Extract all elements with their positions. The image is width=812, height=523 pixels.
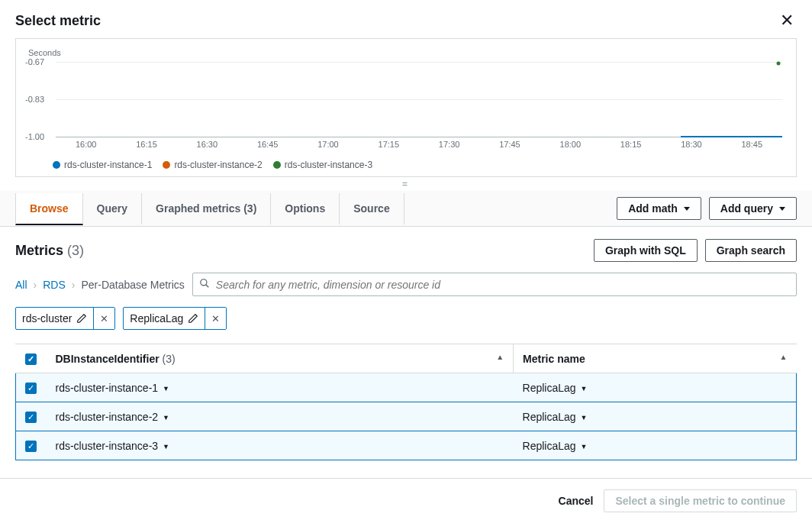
select-all-header[interactable]: ✓ bbox=[16, 344, 47, 373]
edit-icon bbox=[188, 313, 198, 324]
y-tick: -0.67 bbox=[25, 57, 53, 66]
caret-down-icon[interactable]: ▼ bbox=[163, 385, 169, 392]
search-input[interactable] bbox=[216, 279, 790, 291]
add-query-button[interactable]: Add query bbox=[709, 197, 797, 220]
checkbox-checked-icon: ✓ bbox=[25, 354, 37, 365]
metrics-table: ✓ DBInstanceIdentifier (3) ▲ Metric name… bbox=[15, 344, 797, 460]
metrics-heading-row: Metrics (3) Graph with SQL Graph search bbox=[15, 239, 797, 262]
y-tick: -0.83 bbox=[25, 95, 53, 104]
select-metric-modal: Select metric ✕ Seconds -0.67 -0.83 -1.0… bbox=[0, 0, 812, 523]
x-tick: 17:30 bbox=[419, 140, 479, 153]
breadcrumb-rds[interactable]: RDS bbox=[43, 279, 66, 291]
row-checkbox[interactable]: ✓ bbox=[25, 412, 37, 423]
legend-swatch-icon bbox=[273, 161, 281, 169]
x-tick: 17:00 bbox=[298, 140, 358, 153]
instance-cell: rds-cluster-instance-3 bbox=[56, 440, 159, 452]
sort-asc-icon: ▲ bbox=[780, 353, 788, 361]
close-button[interactable]: ✕ bbox=[777, 9, 797, 32]
breadcrumb-all[interactable]: All bbox=[15, 279, 27, 291]
x-tick: 17:45 bbox=[479, 140, 540, 153]
caret-down-icon[interactable]: ▼ bbox=[580, 414, 587, 421]
column-header-instance[interactable]: DBInstanceIdentifier (3) ▲ bbox=[47, 344, 514, 373]
svg-line-1 bbox=[206, 285, 209, 288]
tab-query[interactable]: Query bbox=[83, 193, 142, 224]
caret-down-icon[interactable]: ▼ bbox=[163, 443, 169, 450]
chart-plot-area: -0.67 -0.83 -1.00 16:00 16:15 16:30 16:4… bbox=[25, 62, 790, 153]
filter-chip-label: rds-cluster bbox=[16, 308, 93, 329]
legend-label: rds-cluster-instance-2 bbox=[174, 160, 262, 170]
metric-cell: ReplicaLag bbox=[523, 411, 576, 423]
breadcrumb-search-row: All › RDS › Per-Database Metrics bbox=[15, 273, 797, 296]
tabs-actions: Add math Add query bbox=[617, 191, 797, 226]
cancel-button[interactable]: Cancel bbox=[559, 495, 594, 507]
chart-legend: rds-cluster-instance-1 rds-cluster-insta… bbox=[53, 160, 790, 170]
browse-panel: Metrics (3) Graph with SQL Graph search … bbox=[0, 227, 812, 478]
metrics-heading-text: Metrics bbox=[15, 243, 63, 258]
x-tick: 16:30 bbox=[177, 140, 237, 153]
graph-with-sql-button[interactable]: Graph with SQL bbox=[594, 239, 698, 262]
table-row[interactable]: ✓ rds-cluster-instance-1 ▼ ReplicaLag ▼ bbox=[16, 373, 797, 402]
legend-item[interactable]: rds-cluster-instance-3 bbox=[273, 160, 372, 170]
graph-search-button[interactable]: Graph search bbox=[705, 239, 797, 262]
chart-y-axis-label: Seconds bbox=[28, 48, 790, 57]
add-math-button[interactable]: Add math bbox=[617, 197, 701, 220]
filter-chips: rds-cluster ✕ ReplicaLag ✕ bbox=[15, 307, 797, 330]
caret-down-icon[interactable]: ▼ bbox=[580, 443, 587, 450]
x-tick: 16:45 bbox=[237, 140, 298, 153]
close-icon: ✕ bbox=[780, 11, 794, 30]
search-box[interactable] bbox=[192, 273, 797, 296]
breadcrumb-current: Per-Database Metrics bbox=[81, 279, 184, 291]
row-checkbox[interactable]: ✓ bbox=[25, 441, 37, 452]
modal-title: Select metric bbox=[15, 13, 101, 29]
legend-label: rds-cluster-instance-3 bbox=[285, 160, 372, 170]
close-icon: ✕ bbox=[100, 313, 108, 324]
sort-asc-icon: ▲ bbox=[496, 353, 504, 361]
tabs-bar: Browse Query Graphed metrics (3) Options… bbox=[0, 191, 812, 227]
tab-graphed-metrics[interactable]: Graphed metrics (3) bbox=[142, 193, 271, 224]
instance-cell: rds-cluster-instance-2 bbox=[56, 411, 159, 423]
resize-handle[interactable]: = bbox=[0, 177, 812, 191]
chart-grid bbox=[56, 62, 782, 137]
x-tick: 18:15 bbox=[601, 140, 661, 153]
x-tick: 18:45 bbox=[722, 140, 782, 153]
chart-panel: Seconds -0.67 -0.83 -1.00 16:00 16:15 16… bbox=[15, 38, 797, 177]
caret-down-icon[interactable]: ▼ bbox=[580, 385, 587, 392]
tab-browse[interactable]: Browse bbox=[15, 193, 83, 225]
table-row[interactable]: ✓ rds-cluster-instance-2 ▼ ReplicaLag ▼ bbox=[16, 402, 797, 431]
metrics-actions: Graph with SQL Graph search bbox=[594, 239, 797, 262]
metrics-heading: Metrics (3) bbox=[15, 243, 84, 259]
chevron-right-icon: › bbox=[34, 279, 37, 291]
edit-icon bbox=[76, 313, 87, 324]
filter-chip: rds-cluster ✕ bbox=[15, 307, 115, 330]
search-icon bbox=[199, 278, 210, 291]
tab-options[interactable]: Options bbox=[271, 193, 340, 224]
x-axis-ticks: 16:00 16:15 16:30 16:45 17:00 17:15 17:3… bbox=[56, 140, 782, 153]
x-tick: 16:00 bbox=[56, 140, 116, 153]
modal-header: Select metric ✕ bbox=[0, 0, 812, 38]
legend-swatch-icon bbox=[163, 161, 170, 169]
chevron-right-icon: › bbox=[72, 279, 76, 291]
column-header-metric[interactable]: Metric name ▲ bbox=[514, 344, 797, 373]
close-icon: ✕ bbox=[211, 313, 220, 324]
filter-remove-button[interactable]: ✕ bbox=[93, 308, 114, 329]
x-tick: 17:15 bbox=[359, 140, 419, 153]
x-tick: 16:15 bbox=[116, 140, 176, 153]
series-3-point bbox=[777, 62, 781, 66]
filter-remove-button[interactable]: ✕ bbox=[205, 308, 226, 329]
tabs: Browse Query Graphed metrics (3) Options… bbox=[15, 193, 404, 224]
legend-swatch-icon bbox=[53, 161, 60, 169]
metrics-count: (3) bbox=[67, 243, 84, 258]
tab-source[interactable]: Source bbox=[340, 193, 404, 224]
caret-down-icon[interactable]: ▼ bbox=[163, 414, 169, 421]
x-tick: 18:00 bbox=[540, 140, 601, 153]
breadcrumb: All › RDS › Per-Database Metrics bbox=[15, 279, 185, 291]
instance-cell: rds-cluster-instance-1 bbox=[56, 382, 159, 394]
table-row[interactable]: ✓ rds-cluster-instance-3 ▼ ReplicaLag ▼ bbox=[16, 431, 797, 460]
legend-item[interactable]: rds-cluster-instance-2 bbox=[163, 160, 262, 170]
row-checkbox[interactable]: ✓ bbox=[25, 383, 37, 394]
legend-item[interactable]: rds-cluster-instance-1 bbox=[53, 160, 152, 170]
x-tick: 18:30 bbox=[661, 140, 721, 153]
modal-footer: Cancel Select a single metric to continu… bbox=[0, 478, 812, 523]
continue-button[interactable]: Select a single metric to continue bbox=[604, 489, 797, 512]
filter-chip: ReplicaLag ✕ bbox=[123, 307, 227, 330]
